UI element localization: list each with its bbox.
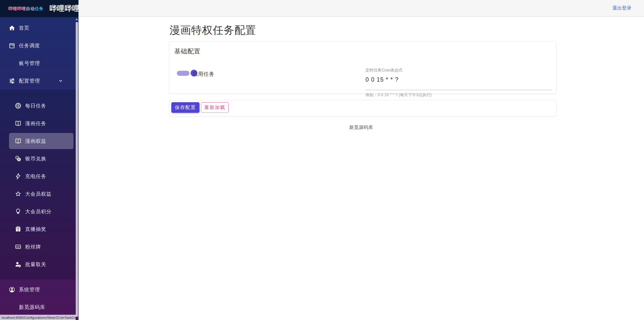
sidebar-item-manga-privilege[interactable]: 漫画权益: [0, 132, 78, 150]
sidebar-item-batch-unfollow[interactable]: 批量取关: [0, 256, 78, 273]
sidebar-section-tail: 系统管理新觅源码库: [0, 279, 78, 316]
sidebar-item-live-lottery[interactable]: 直播抽奖: [0, 220, 78, 238]
sidebar-section-config-submenu: 每日任务漫画任务漫画权益银币兑换充电任务大会员权益大会员积分直播抽奖粉丝牌批量取…: [0, 90, 78, 279]
star-icon: [15, 190, 22, 197]
cron-hint: 例如：0 0 15 * * ? (每天下午3点执行): [366, 92, 432, 98]
sidebar-item-label: 充电任务: [25, 173, 46, 180]
main-content: 漫画特权任务配置 基础配置 启用任务 定时任务Cron表达式 0 0 15 * …: [78, 17, 644, 320]
sidebar-item-config-management[interactable]: 配置管理: [0, 72, 78, 90]
sidebar-section-main: 首页任务调度账号管理配置管理: [0, 17, 78, 90]
sidebar-item-label: 批量取关: [25, 261, 46, 268]
sidebar-item-label: 银币兑换: [25, 155, 46, 162]
scrollbar-thumb[interactable]: [76, 22, 78, 317]
sidebar-item-daily-task[interactable]: 每日任务: [0, 97, 78, 115]
book-icon: [15, 137, 22, 145]
cc-icon: [15, 243, 22, 250]
sidebar-item-label: 大会员积分: [25, 208, 52, 215]
sidebar-item-home[interactable]: 首页: [0, 19, 78, 37]
sidebar-item-label: 直播抽奖: [25, 226, 46, 233]
sidebar-item-label: 系统管理: [19, 286, 40, 293]
sidebar-item-silver-coin-exchange[interactable]: 银币兑换: [0, 150, 78, 167]
logout-link[interactable]: 退出登录: [612, 5, 631, 11]
sidebar-item-label: 大会员权益: [25, 191, 52, 197]
sidebar-item-label: 新觅源码库: [19, 304, 45, 311]
brand-logo-mid: 自动: [26, 6, 35, 11]
cron-label: 定时任务Cron表达式: [366, 68, 403, 73]
sidebar-item-vip-points[interactable]: 大会员积分: [0, 203, 78, 220]
brand-logo-cyan: 任务: [35, 6, 44, 11]
save-config-button[interactable]: 保存配置: [171, 102, 199, 113]
brand-area[interactable]: 哔哩哔哩自动任务 哔哩哔哩自动任务: [0, 0, 78, 17]
sidebar-item-label: 每日任务: [25, 102, 46, 109]
status-url-tooltip: localhost:8080/Configurations/Silver2Coi…: [0, 315, 76, 320]
actions-card: 保存配置 重新加载: [169, 100, 556, 116]
gift-icon: [15, 226, 22, 233]
sidebar-item-label: 配置管理: [19, 78, 40, 84]
sidebar-item-label: 任务调度: [19, 42, 40, 49]
footer-credit: 新觅源码库: [78, 124, 644, 130]
person-circle-icon: [9, 286, 15, 293]
toggle-label: 启用任务: [192, 70, 215, 78]
sidebar-item-label: 账号管理: [19, 60, 40, 67]
sidebar-scrollbar[interactable]: [75, 17, 78, 320]
top-header: 退出登录: [78, 0, 644, 17]
sidebar-item-label: 漫画权益: [25, 138, 46, 145]
coins-icon: [15, 155, 22, 162]
brand-logo-pink: 哔哩哔哩: [8, 6, 26, 11]
sidebar-item-system-management[interactable]: 系统管理: [0, 281, 78, 298]
sidebar-nav: 首页任务调度账号管理配置管理 每日任务漫画任务漫画权益银币兑换充电任务大会员权益…: [0, 17, 78, 320]
sidebar-item-task-schedule[interactable]: 任务调度: [0, 37, 78, 54]
calendar-icon: [9, 42, 15, 49]
sidebar-item-label: 粉丝牌: [25, 243, 41, 250]
coin-icon: [15, 102, 22, 109]
scrollbar-up-arrow-icon[interactable]: [75, 18, 78, 20]
app-window: 哔哩哔哩自动任务 哔哩哔哩自动任务 退出登录 首页任务调度账号管理配置管理 每日…: [0, 0, 644, 320]
medal-icon: [15, 208, 22, 215]
page-title: 漫画特权任务配置: [170, 23, 256, 37]
sidebar-item-fans-medal[interactable]: 粉丝牌: [0, 238, 78, 256]
chevron-down-icon: [58, 78, 63, 84]
brand-logo-text: 哔哩哔哩自动任务: [8, 6, 44, 12]
tune-icon: [9, 78, 15, 84]
reload-button[interactable]: 重新加载: [201, 102, 229, 113]
card-heading: 基础配置: [174, 47, 200, 55]
basic-config-card: 基础配置 启用任务 定时任务Cron表达式 0 0 15 * * ? 例如：0 …: [169, 41, 556, 94]
cron-input-underline: [366, 90, 552, 90]
sidebar-item-charge-task[interactable]: 充电任务: [0, 167, 78, 185]
toggle-track: [177, 71, 189, 76]
person-minus-icon: [15, 261, 22, 268]
brand-title-clipped: 哔哩哔哩自动任务: [50, 4, 78, 14]
cron-input[interactable]: 0 0 15 * * ?: [366, 76, 399, 83]
sidebar-item-vip-privilege[interactable]: 大会员权益: [0, 185, 78, 203]
sidebar-item-label: 漫画任务: [25, 120, 46, 127]
sidebar-item-xinmi-repo[interactable]: 新觅源码库: [0, 298, 78, 316]
sidebar-item-label: 首页: [19, 25, 29, 31]
home-icon: [9, 25, 15, 31]
book-icon: [15, 120, 22, 127]
sidebar-item-manga-task[interactable]: 漫画任务: [0, 115, 78, 132]
sidebar-item-account-management[interactable]: 账号管理: [0, 54, 78, 72]
lightning-icon: [15, 173, 22, 180]
